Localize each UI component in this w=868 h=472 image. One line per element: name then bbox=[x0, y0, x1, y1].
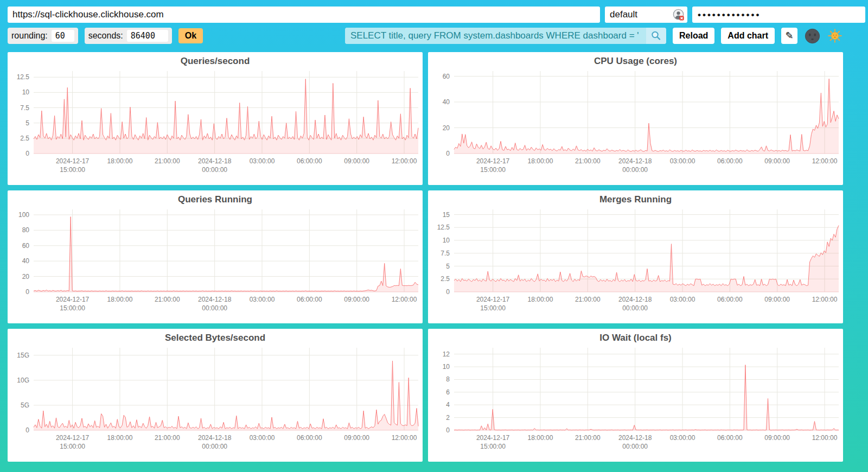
x-axis-tick-label: 06:00:00 bbox=[717, 296, 743, 303]
y-axis-tick-label: 7.5 bbox=[441, 250, 450, 257]
x-axis-tick-label: 15:00:00 bbox=[60, 166, 85, 174]
chart-panel-queries-per-second: Queries/second 2024-12-1715:00:0018:00:0… bbox=[8, 52, 423, 185]
y-axis-tick-label: 0 bbox=[446, 288, 450, 296]
y-axis-tick-label: 20 bbox=[443, 124, 450, 132]
x-axis-tick-label: 03:00:00 bbox=[670, 296, 695, 303]
query-field-wrap bbox=[345, 28, 666, 44]
x-axis-tick-label: 09:00:00 bbox=[344, 434, 369, 442]
y-axis-tick-label: 10G bbox=[17, 377, 29, 384]
chart-plot[interactable]: 2024-12-1715:00:0018:00:0021:00:002024-1… bbox=[428, 67, 843, 181]
rounding-control: rounding: bbox=[8, 28, 78, 44]
x-axis-tick-label: 21:00:00 bbox=[155, 434, 180, 442]
x-axis-tick-label: 21:00:00 bbox=[575, 157, 601, 165]
seconds-control: seconds: bbox=[85, 28, 172, 44]
pencil-icon: ✎ bbox=[785, 30, 793, 41]
x-axis-tick-label: 06:00:00 bbox=[297, 157, 322, 165]
ok-button[interactable]: Ok bbox=[178, 28, 203, 43]
dark-theme-button[interactable] bbox=[804, 28, 820, 44]
y-axis-tick-label: 8 bbox=[446, 375, 450, 383]
y-axis-tick-label: 15 bbox=[443, 211, 450, 219]
url-input[interactable] bbox=[8, 7, 600, 23]
add-chart-button[interactable]: Add chart bbox=[721, 28, 775, 44]
x-axis-tick-label: 03:00:00 bbox=[250, 157, 275, 165]
x-axis-tick-label: 09:00:00 bbox=[344, 157, 369, 165]
seconds-input[interactable] bbox=[127, 30, 168, 42]
x-axis-tick-label: 03:00:00 bbox=[250, 296, 275, 303]
x-axis-tick-label: 21:00:00 bbox=[575, 434, 601, 442]
y-axis-tick-label: 5G bbox=[21, 401, 29, 409]
seconds-label: seconds: bbox=[88, 31, 123, 41]
x-axis-tick-label: 21:00:00 bbox=[575, 296, 601, 303]
x-axis-tick-label: 12:00:00 bbox=[392, 157, 417, 165]
password-masked-value: ••••••••••••• bbox=[698, 7, 761, 23]
connection-bar: ••••••••••••• bbox=[0, 0, 868, 23]
chart-plot[interactable]: 2024-12-1715:00:0018:00:0021:00:002024-1… bbox=[8, 343, 423, 458]
x-axis-tick-label: 03:00:00 bbox=[250, 434, 275, 442]
series-line bbox=[34, 361, 418, 429]
x-axis-tick-label: 2024-12-18 bbox=[618, 157, 652, 165]
x-axis-tick-label: 09:00:00 bbox=[764, 157, 790, 165]
x-axis-tick-label: 2024-12-17 bbox=[476, 434, 510, 442]
x-axis-tick-label: 03:00:00 bbox=[670, 434, 695, 442]
y-axis-tick-label: 100 bbox=[18, 211, 29, 219]
x-axis-tick-label: 18:00:00 bbox=[528, 157, 553, 165]
edit-charts-button[interactable]: ✎ bbox=[781, 28, 797, 44]
x-axis-tick-label: 15:00:00 bbox=[480, 443, 506, 450]
password-input[interactable]: ••••••••••••• bbox=[692, 7, 865, 23]
chart-title: Merges Running bbox=[428, 194, 843, 205]
chart-plot[interactable]: 2024-12-1715:00:0018:00:0021:00:002024-1… bbox=[8, 67, 423, 181]
chart-title: Queries Running bbox=[8, 194, 423, 205]
x-axis-tick-label: 2024-12-18 bbox=[618, 434, 652, 442]
series-line bbox=[454, 365, 839, 430]
user-icon bbox=[673, 9, 685, 21]
x-axis-tick-label: 15:00:00 bbox=[480, 166, 506, 174]
x-axis-tick-label: 00:00:00 bbox=[622, 443, 648, 450]
x-axis-tick-label: 00:00:00 bbox=[202, 166, 227, 174]
query-input[interactable] bbox=[345, 28, 646, 44]
x-axis-tick-label: 18:00:00 bbox=[528, 296, 553, 303]
y-axis-tick-label: 80 bbox=[22, 226, 30, 234]
y-axis-tick-label: 12 bbox=[443, 350, 450, 358]
x-axis-tick-label: 09:00:00 bbox=[764, 296, 790, 303]
x-axis-tick-label: 12:00:00 bbox=[812, 296, 838, 303]
x-axis-tick-label: 09:00:00 bbox=[344, 296, 369, 303]
light-theme-button[interactable] bbox=[827, 28, 843, 44]
y-axis-tick-label: 6 bbox=[446, 388, 450, 396]
chart-title: IO Wait (local fs) bbox=[428, 333, 843, 343]
series-area bbox=[454, 226, 839, 292]
x-axis-tick-label: 2024-12-18 bbox=[198, 296, 232, 303]
x-axis-tick-label: 2024-12-17 bbox=[476, 296, 510, 303]
x-axis-tick-label: 2024-12-17 bbox=[476, 157, 510, 165]
x-axis-tick-label: 00:00:00 bbox=[202, 304, 227, 312]
y-axis-tick-label: 40 bbox=[22, 257, 30, 265]
y-axis-tick-label: 40 bbox=[443, 98, 450, 106]
chart-panel-io-wait: IO Wait (local fs) 2024-12-1715:00:0018:… bbox=[428, 329, 843, 462]
chart-plot[interactable]: 2024-12-1715:00:0018:00:0021:00:002024-1… bbox=[428, 343, 843, 458]
x-axis-tick-label: 12:00:00 bbox=[812, 434, 838, 442]
series-area bbox=[34, 217, 418, 292]
x-axis-tick-label: 12:00:00 bbox=[392, 434, 417, 442]
chart-title: CPU Usage (cores) bbox=[428, 56, 843, 67]
reload-button[interactable]: Reload bbox=[673, 28, 714, 44]
chart-plot[interactable]: 2024-12-1715:00:0018:00:0021:00:002024-1… bbox=[428, 205, 843, 320]
chart-plot[interactable]: 2024-12-1715:00:0018:00:0021:00:002024-1… bbox=[8, 205, 423, 320]
rounding-input[interactable] bbox=[52, 30, 74, 42]
x-axis-tick-label: 12:00:00 bbox=[812, 157, 838, 165]
y-axis-tick-label: 0 bbox=[446, 426, 450, 434]
y-axis-tick-label: 0 bbox=[25, 426, 29, 434]
x-axis-tick-label: 21:00:00 bbox=[155, 296, 180, 303]
y-axis-tick-label: 10 bbox=[22, 88, 30, 96]
rounding-label: rounding: bbox=[11, 31, 48, 41]
x-axis-tick-label: 2024-12-17 bbox=[56, 434, 90, 442]
x-axis-tick-label: 18:00:00 bbox=[107, 296, 133, 303]
run-query-button[interactable] bbox=[646, 28, 666, 44]
series-line bbox=[454, 79, 839, 151]
series-area bbox=[454, 365, 839, 430]
x-axis-tick-label: 06:00:00 bbox=[717, 157, 743, 165]
y-axis-tick-label: 2.5 bbox=[441, 275, 450, 283]
search-icon bbox=[650, 30, 661, 41]
x-axis-tick-label: 00:00:00 bbox=[622, 304, 648, 312]
y-axis-tick-label: 7.5 bbox=[20, 104, 29, 112]
x-axis-tick-label: 00:00:00 bbox=[622, 166, 648, 174]
y-axis-tick-label: 20 bbox=[22, 273, 30, 280]
